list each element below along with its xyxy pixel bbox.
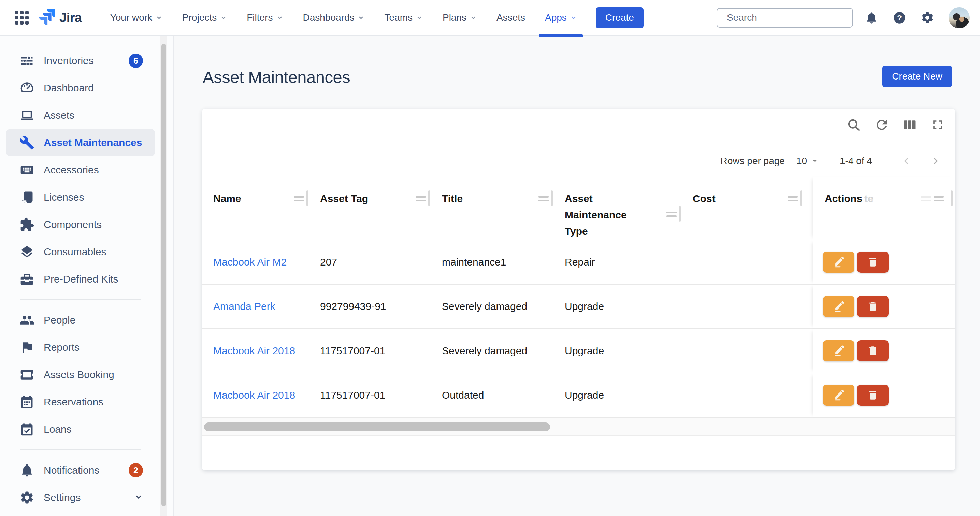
column-drag-handle[interactable]	[294, 196, 304, 204]
edit-button[interactable]	[823, 340, 854, 362]
table-card-footer	[202, 437, 955, 470]
column-drag-handle	[921, 196, 931, 204]
column-header-asset-maintenance-type[interactable]: Asset Maintenance Type	[554, 177, 681, 240]
nav-dashboards[interactable]: Dashboards	[293, 0, 375, 36]
delete-button[interactable]	[857, 252, 889, 273]
column-resize-handle[interactable]	[800, 190, 802, 206]
sidebar-item-pre-defined-kits[interactable]: Pre-Defined Kits	[6, 266, 155, 293]
rows-per-page-select[interactable]: 10	[796, 156, 819, 167]
table-pagination: Rows per page 10 1-4 of 4	[721, 153, 945, 169]
sidebar-item-people[interactable]: People	[6, 306, 155, 334]
jira-logo[interactable]: Jira	[39, 9, 82, 27]
notifications-bell-icon[interactable]	[865, 11, 878, 25]
nav-teams[interactable]: Teams	[374, 0, 432, 36]
delete-button[interactable]	[857, 385, 889, 406]
column-header-title[interactable]: Title	[431, 177, 554, 240]
cell-hidden-sliver	[803, 285, 814, 328]
table-toolbar	[846, 118, 945, 134]
chevron-down-icon	[156, 14, 162, 21]
column-resize-handle[interactable]	[306, 190, 308, 206]
create-new-button[interactable]: Create New	[882, 65, 952, 88]
sidebar-scrollbar-thumb[interactable]	[161, 44, 166, 506]
column-resize-handle[interactable]	[551, 190, 553, 206]
column-drag-handle[interactable]	[415, 196, 426, 204]
nav-plans[interactable]: Plans	[433, 0, 487, 36]
cell-hidden-sliver	[803, 329, 814, 373]
edit-button[interactable]	[823, 296, 854, 317]
column-drag-handle[interactable]	[667, 212, 677, 219]
create-button[interactable]: Create	[596, 7, 644, 28]
sidebar-item-loans[interactable]: Loans	[6, 416, 155, 443]
column-resize-handle[interactable]	[428, 190, 430, 206]
notifications-count-badge: 2	[129, 463, 143, 478]
cell-name-link[interactable]: Amanda Perk	[202, 285, 309, 328]
sidebar-item-reservations[interactable]: Reservations	[6, 389, 155, 416]
sidebar-item-inventories[interactable]: Inventories 6	[6, 47, 155, 75]
active-tab-indicator	[539, 34, 583, 37]
cell-name-link[interactable]: Macbook Air 2018	[202, 373, 309, 417]
sidebar-item-reports[interactable]: Reports	[6, 334, 155, 361]
column-drag-handle[interactable]	[788, 196, 798, 204]
cell-actions	[813, 240, 955, 284]
column-header-hidden-sliver	[803, 177, 814, 240]
nav-apps[interactable]: Apps	[535, 0, 587, 36]
nav-filters[interactable]: Filters	[237, 0, 293, 36]
cell-cost	[681, 373, 803, 417]
nav-your-work[interactable]: Your work	[100, 0, 172, 36]
app-switcher-icon[interactable]	[15, 11, 29, 25]
column-header-actions[interactable]: Actionste	[813, 177, 955, 240]
top-navigation-bar: Jira Your work Projects Filters Dashboar…	[0, 0, 980, 36]
cell-maintenance-type: Upgrade	[554, 329, 681, 373]
table-search-icon[interactable]	[846, 118, 861, 134]
column-header-asset-tag[interactable]: Asset Tag	[309, 177, 431, 240]
column-drag-handle[interactable]	[934, 196, 944, 204]
nav-projects[interactable]: Projects	[172, 0, 237, 36]
cell-title: Outdated	[431, 373, 554, 417]
next-page-button[interactable]	[925, 156, 945, 166]
delete-button[interactable]	[857, 296, 889, 317]
pencil-icon	[833, 345, 845, 357]
horizontal-scrollbar-thumb[interactable]	[204, 422, 550, 432]
bell-icon	[19, 463, 35, 478]
table-refresh-icon[interactable]	[874, 118, 889, 134]
sidebar-item-settings[interactable]: Settings	[6, 484, 155, 511]
column-header-name[interactable]: Name	[202, 177, 309, 240]
sidebar-item-accessories[interactable]: Accessories	[6, 156, 155, 183]
column-header-cost[interactable]: Cost	[681, 177, 803, 240]
sidebar-item-licenses[interactable]: Licenses	[6, 183, 155, 211]
cell-maintenance-type: Repair	[554, 240, 681, 284]
sidebar-item-assets-booking[interactable]: Assets Booking	[6, 361, 155, 389]
search-input[interactable]	[727, 12, 850, 23]
sidebar-item-components[interactable]: Components	[6, 211, 155, 238]
help-icon[interactable]: ?	[892, 11, 906, 25]
edit-button[interactable]	[823, 385, 854, 406]
column-resize-handle[interactable]	[951, 190, 953, 206]
edit-button[interactable]	[823, 252, 854, 273]
nav-assets[interactable]: Assets	[487, 0, 535, 36]
flag-icon	[19, 340, 35, 355]
sidebar-item-dashboard[interactable]: Dashboard	[6, 75, 155, 102]
license-icon	[19, 190, 35, 205]
sidebar-item-asset-maintenances[interactable]: Asset Maintenances	[6, 129, 155, 156]
cell-asset-tag: 117517007-01	[309, 373, 431, 417]
delete-button[interactable]	[857, 340, 889, 362]
user-avatar[interactable]	[948, 7, 970, 28]
table-fullscreen-icon[interactable]	[930, 118, 945, 134]
column-resize-handle[interactable]	[679, 206, 681, 222]
sidebar-item-assets[interactable]: Assets	[6, 102, 155, 129]
global-search[interactable]	[717, 8, 853, 28]
cell-name-link[interactable]: Macbook Air 2018	[202, 329, 309, 373]
table-columns-icon[interactable]	[902, 118, 917, 134]
sidebar-item-consumables[interactable]: Consumables	[6, 238, 155, 266]
cell-name-link[interactable]: Macbook Air M2	[202, 240, 309, 284]
cell-cost	[681, 240, 803, 284]
jira-logo-text: Jira	[59, 11, 82, 25]
primary-nav: Your work Projects Filters Dashboards Te…	[100, 0, 587, 36]
previous-page-button[interactable]	[897, 156, 916, 166]
inventories-count-badge: 6	[129, 54, 143, 68]
settings-gear-icon[interactable]	[921, 11, 934, 25]
sidebar-divider	[21, 449, 141, 450]
column-drag-handle[interactable]	[538, 196, 549, 204]
hidden-column-ghost-text: te	[864, 193, 873, 204]
sidebar-item-notifications[interactable]: Notifications 2	[6, 457, 155, 484]
